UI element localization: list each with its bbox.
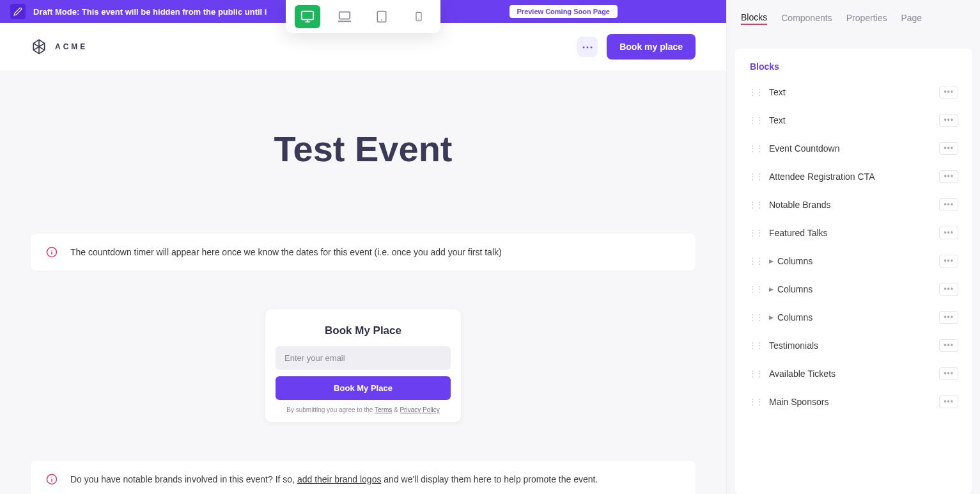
legal-text: By submitting you agree to the Terms & P…: [276, 406, 451, 413]
blocks-panel: Blocks ⋮⋮Text•••⋮⋮Text•••⋮⋮Event Countdo…: [735, 49, 972, 494]
countdown-info-text: The countdown timer will appear here onc…: [70, 247, 502, 257]
block-label: Columns: [777, 284, 939, 294]
logo-text: ACME: [55, 42, 88, 51]
tab-page[interactable]: Page: [901, 13, 922, 24]
mobile-icon[interactable]: [406, 5, 432, 28]
sidebar-tabs: BlocksComponentsPropertiesPage: [727, 0, 980, 37]
drag-handle-icon[interactable]: ⋮⋮: [749, 341, 763, 350]
brands-post: and we'll display them here to help prom…: [381, 474, 598, 484]
sidebar: BlocksComponentsPropertiesPage Blocks ⋮⋮…: [726, 0, 980, 494]
block-more-button[interactable]: •••: [939, 86, 958, 99]
block-item[interactable]: ⋮⋮Main Sponsors•••: [742, 388, 965, 416]
panel-title: Blocks: [735, 49, 972, 78]
block-more-button[interactable]: •••: [939, 339, 958, 352]
brands-info-card: Do you have notable brands involved in t…: [31, 461, 696, 494]
block-label: Columns: [777, 312, 939, 323]
add-brand-logos-link[interactable]: add their brand logos: [297, 474, 382, 484]
block-label: Text: [769, 87, 939, 97]
block-item[interactable]: ⋮⋮▶Columns•••: [742, 275, 965, 303]
info-icon: [46, 246, 58, 258]
drag-handle-icon[interactable]: ⋮⋮: [749, 257, 763, 266]
block-label: Notable Brands: [769, 200, 939, 210]
logo-icon: [31, 38, 47, 55]
logo[interactable]: ACME: [31, 38, 88, 55]
drag-handle-icon[interactable]: ⋮⋮: [749, 285, 763, 294]
svg-rect-5: [377, 12, 385, 22]
info-icon: [46, 474, 58, 485]
block-item[interactable]: ⋮⋮Event Countdown•••: [742, 134, 965, 163]
block-more-button[interactable]: •••: [939, 395, 958, 408]
block-more-button[interactable]: •••: [939, 367, 958, 380]
block-more-button[interactable]: •••: [939, 198, 958, 211]
block-item[interactable]: ⋮⋮Text•••: [742, 78, 965, 106]
block-item[interactable]: ⋮⋮Featured Talks•••: [742, 219, 965, 247]
block-item[interactable]: ⋮⋮Text•••: [742, 106, 965, 134]
block-more-button[interactable]: •••: [939, 283, 958, 296]
block-more-button[interactable]: •••: [939, 170, 958, 183]
drag-handle-icon[interactable]: ⋮⋮: [749, 369, 763, 378]
block-label: Columns: [777, 256, 939, 266]
laptop-icon[interactable]: [332, 5, 357, 28]
drag-handle-icon[interactable]: ⋮⋮: [749, 313, 763, 322]
drag-handle-icon[interactable]: ⋮⋮: [749, 116, 763, 125]
chevron-right-icon[interactable]: ▶: [769, 258, 774, 264]
email-input[interactable]: [276, 346, 451, 370]
tablet-icon[interactable]: [369, 5, 394, 28]
block-more-button[interactable]: •••: [939, 311, 958, 324]
block-label: Featured Talks: [769, 228, 939, 238]
header-more-button[interactable]: ⋯: [577, 36, 598, 57]
block-item[interactable]: ⋮⋮Available Tickets•••: [742, 360, 965, 388]
main-canvas: Draft Mode: This event will be hidden fr…: [0, 0, 726, 494]
block-more-button[interactable]: •••: [939, 114, 958, 127]
booking-card: Book My Place Book My Place By submittin…: [265, 309, 461, 422]
chevron-right-icon[interactable]: ▶: [769, 286, 774, 292]
page-content: Test Event The countdown timer will appe…: [0, 70, 726, 494]
drag-handle-icon[interactable]: ⋮⋮: [749, 88, 763, 97]
tab-components[interactable]: Components: [781, 13, 832, 24]
blocks-list: ⋮⋮Text•••⋮⋮Text•••⋮⋮Event Countdown•••⋮⋮…: [735, 78, 972, 416]
drag-handle-icon[interactable]: ⋮⋮: [749, 397, 763, 406]
svg-rect-0: [302, 12, 313, 20]
drag-handle-icon[interactable]: ⋮⋮: [749, 228, 763, 237]
block-item[interactable]: ⋮⋮Notable Brands•••: [742, 191, 965, 219]
pencil-icon: [10, 4, 26, 19]
event-title: Test Event: [31, 128, 696, 170]
device-switcher: [286, 0, 440, 33]
block-item[interactable]: ⋮⋮▶Columns•••: [742, 303, 965, 331]
terms-link[interactable]: Terms: [375, 406, 392, 413]
block-more-button[interactable]: •••: [939, 227, 958, 239]
block-more-button[interactable]: •••: [939, 142, 958, 155]
legal-amp: &: [392, 406, 400, 413]
book-my-place-button[interactable]: Book my place: [607, 34, 696, 60]
block-more-button[interactable]: •••: [939, 255, 958, 267]
chevron-right-icon[interactable]: ▶: [769, 314, 774, 321]
legal-pre: By submitting you agree to the: [286, 406, 375, 413]
brands-info-text: Do you have notable brands involved in t…: [70, 474, 598, 484]
tab-properties[interactable]: Properties: [846, 13, 887, 24]
block-label: Text: [769, 115, 939, 125]
countdown-info-card: The countdown timer will appear here onc…: [31, 234, 696, 271]
brands-pre: Do you have notable brands involved in t…: [70, 474, 297, 484]
book-submit-button[interactable]: Book My Place: [276, 376, 451, 400]
tab-blocks[interactable]: Blocks: [741, 12, 767, 25]
svg-rect-3: [339, 12, 350, 19]
banner-text: Draft Mode: This event will be hidden fr…: [33, 7, 267, 17]
block-item[interactable]: ⋮⋮Attendee Registration CTA•••: [742, 163, 965, 191]
header-actions: ⋯ Book my place: [577, 34, 696, 60]
block-label: Attendee Registration CTA: [769, 171, 939, 182]
block-item[interactable]: ⋮⋮Testimonials•••: [742, 331, 965, 360]
block-label: Testimonials: [769, 340, 939, 351]
block-label: Event Countdown: [769, 143, 939, 154]
drag-handle-icon[interactable]: ⋮⋮: [749, 144, 763, 153]
drag-handle-icon[interactable]: ⋮⋮: [749, 172, 763, 181]
preview-coming-soon-button[interactable]: Preview Coming Soon Page: [509, 5, 618, 18]
block-label: Main Sponsors: [769, 397, 939, 407]
block-item[interactable]: ⋮⋮▶Columns•••: [742, 247, 965, 275]
booking-title: Book My Place: [276, 324, 451, 337]
privacy-link[interactable]: Privacy Policy: [400, 406, 439, 413]
desktop-icon[interactable]: [295, 5, 320, 28]
drag-handle-icon[interactable]: ⋮⋮: [749, 200, 763, 209]
block-label: Available Tickets: [769, 369, 939, 379]
